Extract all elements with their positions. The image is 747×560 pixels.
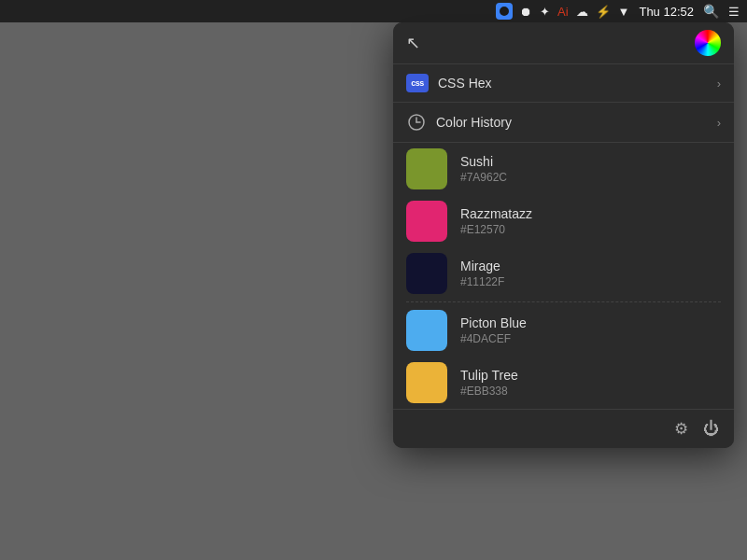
dropbox-icon: ✦: [540, 5, 550, 19]
menubar: ⏺ ✦ Ai ☁ ⚡ ▼ Thu 12:52 🔍 ☰: [0, 0, 747, 22]
color-name-sushi: Sushi: [460, 154, 507, 169]
swatch-sushi: [406, 148, 447, 189]
history-icon: [406, 112, 427, 133]
search-icon[interactable]: 🔍: [703, 4, 719, 19]
cloud-icon: ☁: [576, 5, 588, 19]
menubar-system-icons: ⏺ ✦ Ai ☁ ⚡ ▼: [496, 3, 629, 20]
css-icon: css: [406, 74, 429, 92]
color-hex-sushi: #7A962C: [460, 171, 507, 184]
color-history-menu-item[interactable]: Color History ›: [393, 103, 734, 142]
css-hex-menu-item[interactable]: css CSS Hex ›: [393, 64, 734, 102]
color-history-label: Color History: [436, 115, 512, 130]
swatch-picton-blue: [406, 310, 447, 351]
settings-icon[interactable]: ⚙: [674, 419, 688, 439]
hamburger-icon[interactable]: ☰: [728, 5, 740, 19]
color-hex-mirage: #11122F: [460, 275, 504, 288]
adobe-icon: Ai: [557, 5, 569, 19]
color-wheel-icon[interactable]: [695, 30, 721, 56]
app-icon[interactable]: [496, 3, 513, 20]
panel-topbar: ↖: [393, 22, 734, 63]
color-item-sushi[interactable]: Sushi #7A962C: [393, 143, 734, 195]
color-history-chevron: ›: [717, 116, 721, 130]
css-hex-label: CSS Hex: [438, 76, 492, 91]
color-name-picton-blue: Picton Blue: [460, 315, 527, 330]
color-name-razzmatazz: Razzmatazz: [460, 206, 532, 221]
color-divider: [406, 301, 721, 302]
cursor-icon: ↖: [406, 33, 420, 53]
wifi-icon: ▼: [618, 5, 630, 19]
power-icon[interactable]: ⏻: [703, 420, 719, 439]
color-item-picton-blue[interactable]: Picton Blue #4DACEF: [393, 304, 734, 357]
panel-bottombar: ⚙ ⏻: [393, 410, 734, 448]
record-icon: ⏺: [520, 5, 532, 19]
menubar-time: Thu 12:52: [639, 5, 694, 19]
color-item-tulip-tree[interactable]: Tulip Tree #EBB338: [393, 357, 734, 409]
color-name-tulip-tree: Tulip Tree: [460, 368, 518, 383]
color-item-razzmatazz[interactable]: Razzmatazz #E12570: [393, 195, 734, 247]
color-hex-razzmatazz: #E12570: [460, 223, 532, 236]
color-item-mirage[interactable]: Mirage #11122F: [393, 247, 734, 300]
bluetooth-icon: ⚡: [596, 5, 611, 19]
color-hex-tulip-tree: #EBB338: [460, 385, 518, 398]
css-hex-chevron: ›: [717, 77, 721, 91]
dropdown-panel: ↖ css CSS Hex › Color History ›: [393, 22, 734, 448]
color-name-mirage: Mirage: [460, 259, 504, 273]
color-hex-picton-blue: #4DACEF: [460, 332, 527, 345]
swatch-tulip-tree: [406, 362, 447, 403]
swatch-mirage: [406, 253, 447, 294]
swatch-razzmatazz: [406, 201, 447, 242]
